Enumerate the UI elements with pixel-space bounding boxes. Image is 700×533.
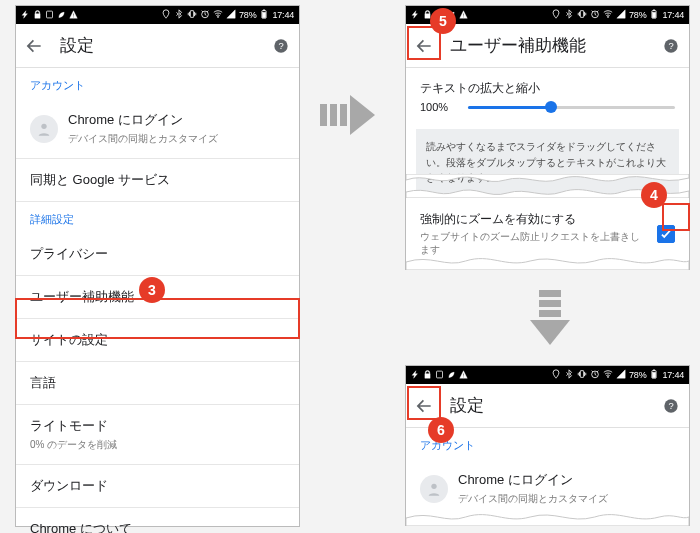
row-label: Chrome にログイン [458, 471, 608, 489]
phone-accessibility: 78% 17:44 ユーザー補助機能 ? テキストの拡大と縮小 100% 読みや… [405, 5, 690, 270]
status-bar: 78% 17:44 [406, 366, 689, 384]
svg-rect-6 [264, 10, 266, 11]
row-about-chrome[interactable]: Chrome について [16, 508, 299, 533]
page-title: 設定 [450, 394, 484, 417]
scale-percentage: 100% [420, 101, 458, 113]
clock-text: 17:44 [662, 10, 684, 20]
lock-icon [423, 370, 432, 381]
badge-3: 3 [139, 277, 165, 303]
memo-icon [45, 10, 54, 21]
alert-icon [459, 370, 468, 381]
row-downloads[interactable]: ダウンロード [16, 465, 299, 508]
svg-rect-24 [539, 310, 561, 317]
battery-text: 78% [239, 10, 256, 20]
battery-icon [649, 9, 659, 21]
wifi-icon [603, 9, 613, 21]
battery-icon [259, 9, 269, 21]
battery-icon [649, 369, 659, 381]
row-languages[interactable]: 言語 [16, 362, 299, 405]
bluetooth-icon [564, 369, 574, 381]
text-scaling-header: テキストの拡大と縮小 [406, 68, 689, 97]
svg-point-9 [41, 123, 46, 128]
arrow-right-icon [320, 95, 375, 135]
svg-rect-18 [653, 12, 656, 17]
row-sublabel: デバイス間の同期とカスタマイズ [68, 132, 218, 146]
row-sublabel: ウェブサイトのズーム防止リクエストを上書きします [420, 230, 649, 257]
phone-settings-return: 78% 17:44 設定 ? アカウント Chrome にログイン デバイス間の… [405, 365, 690, 526]
location-icon [551, 9, 561, 21]
memo-icon [435, 370, 444, 381]
location-icon [161, 9, 171, 21]
alarm-icon [200, 9, 210, 21]
svg-text:?: ? [668, 401, 673, 411]
leaf-icon [57, 10, 66, 21]
svg-rect-19 [654, 10, 656, 11]
battery-text: 78% [629, 10, 646, 20]
avatar [420, 475, 448, 503]
svg-rect-23 [539, 300, 561, 307]
badge-6: 6 [428, 417, 454, 443]
svg-point-28 [607, 376, 608, 377]
svg-rect-14 [580, 11, 583, 18]
arrow-down-icon [530, 290, 570, 345]
row-label: Chrome について [30, 520, 285, 533]
row-sync[interactable]: 同期と Google サービス [16, 159, 299, 202]
svg-rect-1 [190, 11, 193, 18]
svg-text:?: ? [668, 41, 673, 51]
help-button[interactable]: ? [663, 398, 679, 414]
svg-rect-5 [263, 12, 266, 17]
section-advanced: 詳細設定 [16, 202, 299, 233]
row-site-settings[interactable]: サイトの設定 [16, 319, 299, 362]
help-button[interactable]: ? [663, 38, 679, 54]
row-label: サイトの設定 [30, 331, 285, 349]
signal-icon [226, 9, 236, 21]
row-label: ダウンロード [30, 477, 285, 495]
bolt-icon [411, 10, 420, 21]
back-button[interactable] [24, 36, 44, 56]
help-button[interactable]: ? [273, 38, 289, 54]
row-label: 強制的にズームを有効にする [420, 211, 649, 228]
svg-rect-0 [47, 11, 53, 18]
row-label: 言語 [30, 374, 285, 392]
badge-5: 5 [430, 8, 456, 34]
torn-edge [406, 256, 689, 270]
location-icon [551, 369, 561, 381]
alert-icon [459, 10, 468, 21]
bolt-icon [411, 370, 420, 381]
wifi-icon [213, 9, 223, 21]
row-lite-mode[interactable]: ライトモード 0% のデータを削減 [16, 405, 299, 465]
svg-rect-10 [320, 104, 327, 126]
page-title: ユーザー補助機能 [450, 34, 586, 57]
battery-text: 78% [629, 370, 646, 380]
leaf-icon [447, 370, 456, 381]
svg-text:?: ? [278, 41, 283, 51]
svg-rect-22 [539, 290, 561, 297]
alarm-icon [590, 369, 600, 381]
back-button[interactable] [414, 36, 434, 56]
row-signin[interactable]: Chrome にログイン デバイス間の同期とカスタマイズ [406, 459, 689, 518]
row-privacy[interactable]: プライバシー [16, 233, 299, 276]
signal-icon [616, 369, 626, 381]
vibrate-icon [577, 369, 587, 381]
text-scale-slider[interactable] [468, 106, 675, 109]
row-label: Chrome にログイン [68, 111, 218, 129]
section-account: アカウント [16, 68, 299, 99]
clock-text: 17:44 [662, 370, 684, 380]
svg-point-16 [607, 16, 608, 17]
status-bar: 78% 17:44 [16, 6, 299, 24]
phone-settings-list: 78% 17:44 設定 ? アカウント Chrome にログイン デバイス間の… [15, 5, 300, 527]
alarm-icon [590, 9, 600, 21]
back-button[interactable] [414, 396, 434, 416]
force-zoom-checkbox[interactable] [657, 225, 675, 243]
row-signin[interactable]: Chrome にログイン デバイス間の同期とカスタマイズ [16, 99, 299, 159]
svg-rect-25 [437, 371, 443, 378]
row-label: 同期と Google サービス [30, 171, 285, 189]
bolt-icon [21, 10, 30, 21]
clock-text: 17:44 [272, 10, 294, 20]
vibrate-icon [577, 9, 587, 21]
svg-rect-12 [340, 104, 347, 126]
page-title: 設定 [60, 34, 94, 57]
bluetooth-icon [174, 9, 184, 21]
svg-point-3 [217, 16, 218, 17]
lock-icon [33, 10, 42, 21]
